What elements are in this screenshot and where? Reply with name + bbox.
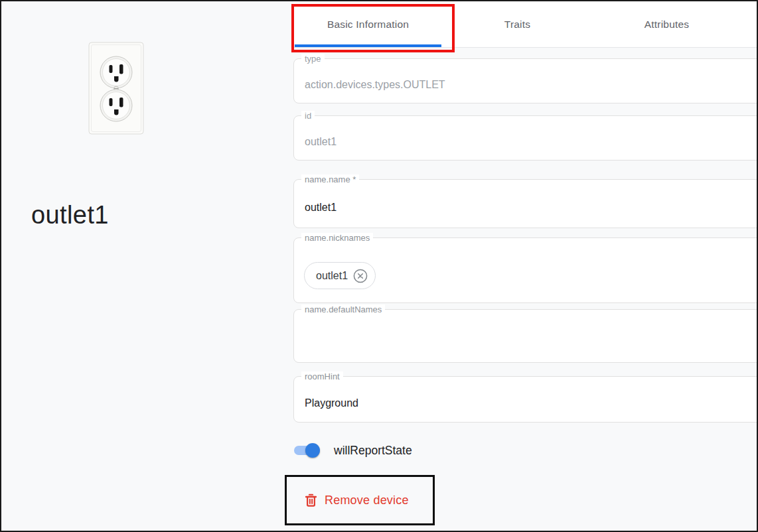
circle-x-icon[interactable] — [352, 268, 368, 284]
field-name-nicknames-label: name.nicknames — [301, 233, 373, 243]
toggle-thumb — [305, 443, 320, 458]
field-id: id — [293, 115, 758, 161]
field-type-label: type — [301, 54, 325, 64]
field-id-label: id — [301, 111, 315, 121]
remove-device-label: Remove device — [325, 494, 409, 507]
field-name-defaultnames-label: name.defaultNames — [301, 304, 385, 315]
field-name-name-label: name.name * — [301, 174, 359, 185]
field-name-nicknames[interactable]: name.nicknames outlet1 — [293, 237, 758, 303]
device-editor-screen: outlet1 Basic Information Traits Attribu… — [0, 0, 758, 532]
outlet-device-image — [88, 42, 144, 135]
tab-traits-label: Traits — [504, 19, 530, 31]
remove-device-button[interactable]: Remove device — [303, 477, 409, 523]
trash-icon — [303, 493, 319, 508]
device-form-panel: Basic Information Traits Attributes type… — [293, 1, 758, 531]
tab-attributes-label: Attributes — [644, 19, 689, 31]
field-roomhint: roomHint — [293, 376, 758, 423]
nickname-chip: outlet1 — [304, 262, 376, 289]
name-name-input[interactable] — [305, 180, 755, 228]
will-report-state-row: willReportState — [294, 442, 412, 459]
field-type: type — [293, 58, 758, 103]
roomhint-input[interactable] — [305, 377, 755, 422]
annotation-black-box: Remove device — [285, 475, 435, 525]
field-name-name: name.name * — [293, 179, 758, 228]
field-roomhint-label: roomHint — [301, 371, 343, 382]
nickname-chip-text: outlet1 — [316, 270, 348, 282]
tabbar: Basic Information Traits Attributes — [293, 1, 758, 48]
device-preview-panel: outlet1 — [1, 1, 293, 531]
tab-attributes[interactable]: Attributes — [592, 1, 741, 48]
tab-basic-information[interactable]: Basic Information — [293, 1, 443, 48]
tab-basic-information-label: Basic Information — [327, 19, 409, 31]
will-report-state-label: willReportState — [334, 444, 412, 458]
device-title: outlet1 — [31, 201, 109, 230]
field-name-defaultnames: name.defaultNames — [293, 309, 758, 363]
will-report-state-toggle[interactable] — [294, 446, 318, 455]
name-defaultnames-input[interactable] — [305, 310, 755, 362]
tab-traits[interactable]: Traits — [443, 1, 592, 48]
type-input — [305, 59, 755, 103]
id-input — [305, 116, 755, 160]
